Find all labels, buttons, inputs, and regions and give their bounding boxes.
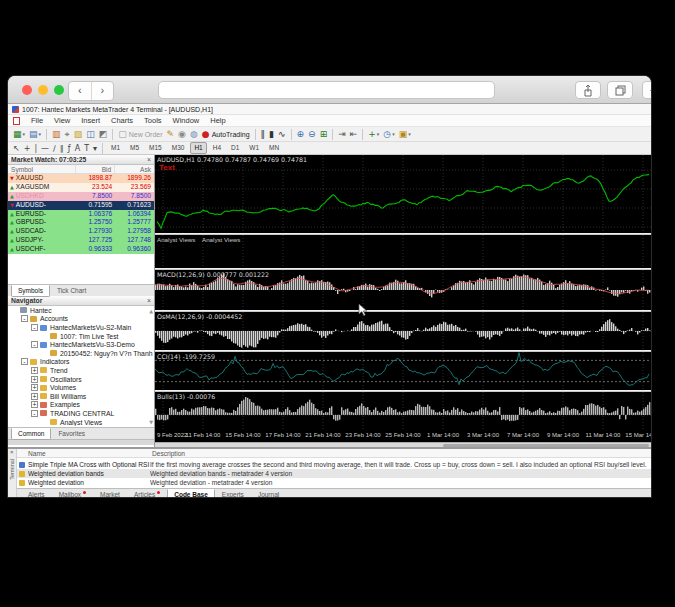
tree-item-accounts[interactable]: -Accounts xyxy=(8,315,154,324)
close-traffic-light[interactable] xyxy=(22,85,32,95)
tab-common[interactable]: Common xyxy=(11,428,51,440)
timeframe-m1-button[interactable]: M1 xyxy=(107,142,124,154)
timeframe-m30-button[interactable]: M30 xyxy=(168,142,189,154)
terminal-row[interactable]: Simple Triple MA Cross with Optional RSI… xyxy=(17,460,651,469)
collapse-icon[interactable]: - xyxy=(21,315,28,322)
crosshair-button[interactable]: + xyxy=(22,142,33,155)
tile-windows-button[interactable]: ⊞ xyxy=(318,128,330,141)
menu-help[interactable]: Help xyxy=(210,116,225,125)
expand-icon[interactable]: + xyxy=(31,401,38,408)
market-watch-row[interactable]: ▲XAGUSDM23.52423.569 xyxy=(8,183,154,192)
autotrading-button[interactable]: ●AutoTrading xyxy=(200,128,252,141)
horizontal-line-button[interactable]: — xyxy=(39,142,51,155)
market-watch-row[interactable]: ▲GBPUSD-1.257501.25777 xyxy=(8,218,154,227)
tree-item-hantecmarketsvu-s2-main[interactable]: -HantecMarketsVu-S2-Main xyxy=(8,323,154,332)
terminal-button[interactable]: ◫ xyxy=(84,128,97,141)
templates-button[interactable]: ▣▾ xyxy=(397,128,413,141)
trendline-button[interactable]: ∕ xyxy=(51,142,58,155)
navigator-button[interactable]: ▧ xyxy=(72,128,85,141)
expand-icon[interactable]: + xyxy=(31,393,38,400)
cursor-button[interactable]: ↖ xyxy=(11,142,22,155)
market-watch-row[interactable]: ▲EURUSD-1.063761.06394 xyxy=(8,210,154,219)
symbol-column-header[interactable]: Symbol xyxy=(8,165,76,173)
tree-item-oscillators[interactable]: +Oscillators xyxy=(8,375,154,384)
menu-window[interactable]: Window xyxy=(173,116,200,125)
timeframe-mn-button[interactable]: MN xyxy=(265,142,283,154)
periods-button[interactable]: ◷▾ xyxy=(381,128,396,141)
pane-separator[interactable] xyxy=(155,350,651,352)
profiles-button[interactable]: ▤▾ xyxy=(27,128,43,141)
tab-journal[interactable]: Journal xyxy=(251,489,286,497)
back-button[interactable]: ‹ xyxy=(69,82,92,100)
market-watch-row[interactable]: ▼XAUUSD1898.871899.26 xyxy=(8,174,154,183)
pane-separator[interactable] xyxy=(155,390,651,392)
pane-separator[interactable] xyxy=(155,268,651,270)
expert-properties-button[interactable]: ◉ xyxy=(176,128,188,141)
expand-icon[interactable]: + xyxy=(31,384,38,391)
address-bar[interactable] xyxy=(158,81,495,99)
fibonacci-button[interactable]: ƒ xyxy=(66,142,73,155)
auto-scroll-button[interactable]: ⇥ xyxy=(336,128,348,141)
new-tab-button[interactable]: + xyxy=(642,81,651,99)
shapes-dropdown-button[interactable]: ▾ xyxy=(91,142,99,155)
market-watch-row[interactable]: ▲USDCAD-1.279301.27958 xyxy=(8,227,154,236)
terminal-row[interactable]: Weighted deviationWeighted deviation - m… xyxy=(17,478,651,487)
market-watch-row[interactable]: ▲USDHKD7.85007.8500 xyxy=(8,192,154,201)
chart-area[interactable]: AUDUSD,H1 0.74780 0.74787 0.74769 0.7478… xyxy=(155,155,651,447)
timeframe-w1-button[interactable]: W1 xyxy=(245,142,263,154)
timeframe-m5-button[interactable]: M5 xyxy=(126,142,143,154)
tab-alerts[interactable]: Alerts xyxy=(21,489,52,497)
tree-item-bill-williams[interactable]: +Bill Williams xyxy=(8,392,154,401)
tree-item-1007-tim-live-test[interactable]: 1007: Tim Live Test xyxy=(8,332,154,341)
line-chart-button[interactable]: ∿ xyxy=(276,128,288,141)
timeframe-h4-button[interactable]: H4 xyxy=(209,142,225,154)
tree-item-hantecmarketsvu-s3-demo[interactable]: -HantecMarketsVu-S3-Demo xyxy=(8,340,154,349)
timeframe-d1-button[interactable]: D1 xyxy=(227,142,243,154)
tree-item-volumes[interactable]: +Volumes xyxy=(8,383,154,392)
tabs-overview-button[interactable] xyxy=(607,81,633,99)
tree-item-20150452-nguy-n-v-n-thanh[interactable]: 20150452: Nguy?n V?n Thanh xyxy=(8,349,154,358)
tab-market[interactable]: Market xyxy=(93,489,127,497)
forward-button[interactable]: › xyxy=(92,82,114,100)
share-button[interactable] xyxy=(575,81,601,99)
tree-item-examples[interactable]: +Examples xyxy=(8,401,154,410)
collapse-icon[interactable]: - xyxy=(31,410,38,417)
bar-chart-button[interactable]: ‖ xyxy=(259,128,268,141)
expand-icon[interactable]: + xyxy=(31,376,38,383)
candlestick-chart-button[interactable]: ▮ xyxy=(267,128,276,141)
tab-favorites[interactable]: Favorites xyxy=(51,428,92,440)
tree-item-trend[interactable]: +Trend xyxy=(8,366,154,375)
ask-column-header[interactable]: Ask xyxy=(115,165,154,173)
menu-tools[interactable]: Tools xyxy=(144,116,162,125)
market-watch-row[interactable]: ▼AUDUSD-0.715950.71623 xyxy=(8,201,154,210)
minimize-traffic-light[interactable] xyxy=(38,85,48,95)
text-label-button[interactable]: A xyxy=(73,142,82,155)
market-watch-button[interactable]: ▥ xyxy=(50,128,63,141)
tab-articles[interactable]: Articles xyxy=(127,489,167,497)
pane-separator[interactable] xyxy=(155,233,651,235)
timeframe-m15-button[interactable]: M15 xyxy=(145,142,166,154)
tab-mailbox[interactable]: Mailbox xyxy=(52,489,93,497)
menu-file[interactable]: File xyxy=(31,116,43,125)
zoom-out-button[interactable]: ⊖ xyxy=(306,128,318,141)
indicators-button[interactable]: +▾ xyxy=(366,128,381,141)
tree-item-indicators[interactable]: -Indicators xyxy=(8,358,154,367)
collapse-icon[interactable]: - xyxy=(31,324,38,331)
time-axis[interactable]: 9 Feb 202211 Feb 14:0015 Feb 14:0017 Feb… xyxy=(155,429,651,442)
data-window-button[interactable]: ⌖ xyxy=(63,128,72,141)
chart-shift-button[interactable]: ⇤ xyxy=(348,128,360,141)
tree-item-hantec[interactable]: Hantec xyxy=(8,306,154,315)
tab-tick-chart[interactable]: Tick Chart xyxy=(50,285,93,297)
terminal-row[interactable]: Weighted deviation bandsWeighted deviati… xyxy=(17,469,651,478)
tab-code-base[interactable]: Code Base xyxy=(167,489,215,497)
menu-view[interactable]: View xyxy=(54,116,70,125)
expand-icon[interactable]: + xyxy=(31,367,38,374)
description-column-header[interactable]: Description xyxy=(152,449,185,458)
tab-experts[interactable]: Experts xyxy=(215,489,251,497)
vertical-line-button[interactable]: | xyxy=(32,142,39,155)
arrows-button[interactable]: T xyxy=(82,142,91,155)
collapse-icon[interactable]: - xyxy=(21,358,28,365)
new-chart-button[interactable]: ▦▾ xyxy=(11,128,27,141)
name-column-header[interactable]: Name xyxy=(28,449,46,458)
tree-item-trading-central[interactable]: -TRADING CENTRAL xyxy=(8,409,154,418)
